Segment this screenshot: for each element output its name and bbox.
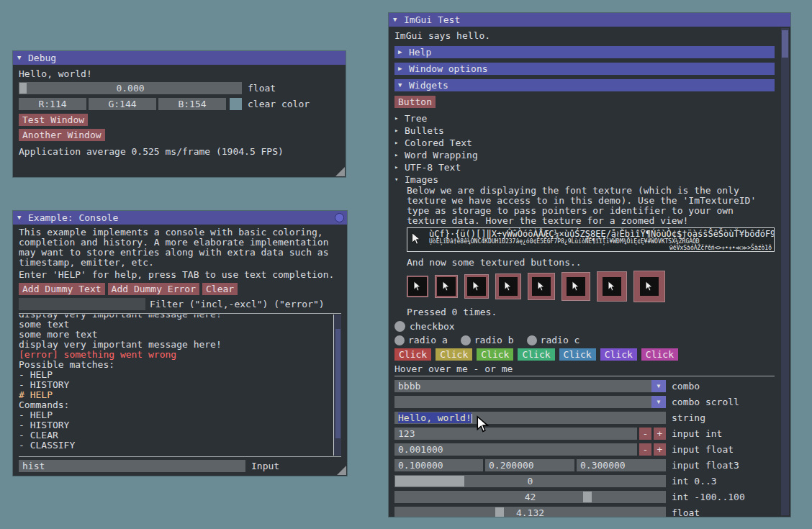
texture-glyph-row: ùÇf}·{ü()[]‖X÷yŴŵÒóôÀÅÆÇ¼×ùûŚZŞ8ĘĘ/å≀Ěbì… [429,229,775,239]
add-dummy-text-button[interactable]: Add Dummy Text [19,283,105,295]
filter-input[interactable] [19,298,145,310]
close-icon[interactable] [335,213,344,222]
slider-int-0-3[interactable]: 0 [394,475,666,487]
tree-item-utf8-text[interactable]: ▸ UTF-8 Text [394,161,775,173]
tree-item-label: Bullets [405,125,444,136]
tree-item-images[interactable]: ▾ Images [394,173,775,186]
drag-red[interactable]: R:114 [19,98,86,110]
scrollbar-grab[interactable] [335,329,340,438]
decrement-button[interactable]: - [639,443,651,456]
click-button-2[interactable]: Click [436,348,472,361]
string-input[interactable]: Hello, world! [394,412,666,424]
input-int-field[interactable]: 123 [394,428,637,440]
text-caret [472,414,472,423]
window-scrollbar[interactable] [781,28,789,515]
fps-stats-text: Application average 0.525 ms/frame (1904… [19,145,340,158]
radio-circle[interactable] [461,335,471,345]
radio-a[interactable]: radio a [394,335,448,345]
console-titlebar[interactable]: ▼ Example: Console [13,211,347,225]
collapse-arrow-icon[interactable]: ▼ [17,214,24,221]
clear-color-swatch[interactable] [230,98,242,110]
images-text-line: texture data. Hover the texture for a zo… [407,216,775,226]
header-window-options[interactable]: ▶ Window options [394,63,775,75]
resize-grip[interactable] [335,167,345,176]
hover-over-me-text[interactable]: Hover over me - or me [394,363,775,374]
image-button[interactable] [435,275,458,298]
tree-closed-icon: ▸ [394,140,402,146]
radio-label: radio b [474,335,514,345]
test-content: ImGui says hello. ▶ Help ▶ Window option… [389,27,780,517]
radio-circle[interactable] [394,335,405,345]
tree-item-tree[interactable]: ▸ Tree [394,112,775,125]
input-float3-z[interactable]: 0.300000 [577,459,666,471]
increment-button[interactable]: + [654,443,666,456]
click-button-4[interactable]: Click [518,348,554,361]
click-button-6[interactable]: Click [600,348,637,361]
checkbox-row: checkbox [394,321,775,332]
collapse-arrow-icon[interactable]: ▼ [393,17,400,23]
command-input[interactable]: hist [19,460,245,472]
console-log[interactable]: display very important message here! som… [19,315,341,456]
drag-blue[interactable]: B:154 [158,98,226,110]
combo-arrow-button[interactable]: ▼ [651,396,666,408]
image-button[interactable] [528,273,555,300]
input-float3-label: input float3 [672,460,739,471]
input-int-label: input int [672,428,722,439]
image-button[interactable] [495,273,521,299]
slider-float[interactable]: 4.132 [394,507,666,517]
input-float-field[interactable]: 0.001000 [394,443,637,456]
scrollbar-grab[interactable] [782,30,788,58]
input-float-label: input float [672,444,734,455]
radio-b[interactable]: radio b [461,335,514,345]
input-float3-x[interactable]: 0.100000 [394,459,483,471]
font-texture-image[interactable]: ùÇf}·{ü()[]‖X÷yŴŵÒóôÀÅÆÇ¼×ùûŚZŞ8ĘĘ/å≀Ěbì… [407,227,775,252]
tree-item-word-wrapping[interactable]: ▸ Word Wrapping [394,149,775,161]
image-button[interactable] [633,271,665,302]
click-button-5[interactable]: Click [559,348,596,361]
tree-item-bullets[interactable]: ▸ Bullets [394,125,775,137]
mouse-cursor-icon [475,415,491,434]
drag-green[interactable]: G:144 [89,98,156,110]
says-hello-text: ImGui says hello. [394,30,775,42]
radio-circle[interactable] [527,335,537,345]
header-label: Window options [409,63,488,74]
header-help[interactable]: ▶ Help [394,46,775,58]
another-window-button[interactable]: Another Window [19,129,105,141]
header-widgets[interactable]: ▼ Widgets [394,79,775,91]
tree-closed-icon: ▸ [394,152,402,158]
button-widget[interactable]: Button [394,96,436,108]
radio-c[interactable]: radio c [527,335,580,345]
tree-item-colored-text[interactable]: ▸ Colored Text [394,137,775,149]
click-button-1[interactable]: Click [394,348,431,361]
combo-arrow-button[interactable]: ▼ [651,380,666,392]
float3-value: 0.200000 [485,460,534,471]
increment-button[interactable]: + [654,428,666,440]
debug-titlebar[interactable]: ▼ Debug [13,51,346,65]
test-window-button[interactable]: Test Window [19,114,88,126]
image-button[interactable] [407,276,428,297]
hello-world-text: Hello, world! [19,68,340,80]
image-button[interactable] [464,274,489,299]
click-button-7[interactable]: Click [641,348,678,361]
test-titlebar[interactable]: ▼ ImGui Test [389,13,790,27]
image-button[interactable] [561,272,590,301]
resize-grip[interactable] [337,466,346,475]
input-float3-y[interactable]: 0.200000 [485,459,574,471]
decrement-button[interactable]: - [639,428,651,440]
combo-scroll-box[interactable] [394,396,651,408]
slider-int-100[interactable]: 42 [394,491,666,503]
clear-button[interactable]: Clear [202,283,238,295]
combo-box[interactable]: bbbb [394,380,651,392]
collapse-arrow-icon[interactable]: ▼ [17,55,24,61]
checkbox[interactable] [394,321,405,332]
add-dummy-error-button[interactable]: Add Dummy Error [108,283,199,295]
cursor-glyph-icon [640,277,659,296]
cursor-glyph-icon [410,230,423,248]
combo-label: combo [672,381,700,392]
click-button-3[interactable]: Click [477,348,513,361]
log-scrollbar[interactable] [333,315,341,456]
float-slider[interactable]: 0.000 [19,82,242,94]
clear-color-label: clear color [248,99,310,109]
image-button[interactable] [597,271,627,302]
slider-value: 4.132 [394,507,666,517]
